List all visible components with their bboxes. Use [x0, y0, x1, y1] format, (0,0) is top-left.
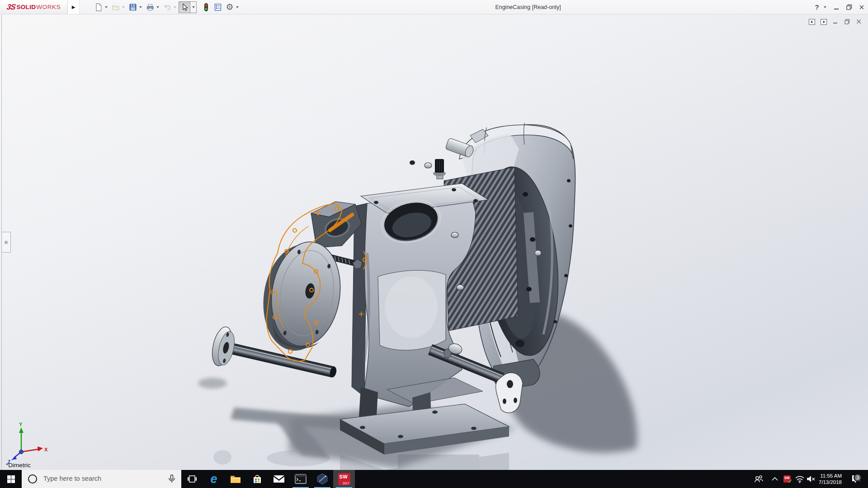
- minimize-document-icon: [832, 19, 839, 25]
- search-placeholder: Type here to search: [43, 475, 101, 482]
- store-icon: [252, 474, 263, 484]
- new-document-button[interactable]: [93, 1, 104, 13]
- orientation-triad-icon: Y X Z: [8, 422, 48, 465]
- restore-button[interactable]: [843, 0, 855, 14]
- cortana-icon: [28, 474, 37, 483]
- options-dropdown[interactable]: [236, 6, 239, 8]
- save-button[interactable]: [127, 1, 139, 13]
- action-center-button[interactable]: 3: [846, 470, 866, 488]
- restore-document-button[interactable]: [843, 18, 852, 26]
- taskbar-app-solidworks-2017[interactable]: SW 2017: [333, 470, 355, 488]
- solidworks-logo-bold: SOLID: [17, 4, 36, 10]
- windows-logo-icon: [7, 475, 15, 483]
- pane-next-icon: [820, 19, 828, 25]
- taskbar-app-file-explorer[interactable]: [225, 470, 246, 488]
- pane-next-button[interactable]: [819, 18, 828, 26]
- file-explorer-icon: [230, 474, 241, 484]
- taskbar-app-microsoft-store[interactable]: [246, 470, 268, 488]
- select-cursor-icon: [180, 3, 189, 12]
- tray-people-button[interactable]: [752, 470, 765, 488]
- taskbar-search[interactable]: Type here to search: [22, 470, 181, 488]
- solidworks-monitor-icon: SW ✓: [783, 475, 791, 483]
- graphics-area-3d-model[interactable]: Y X Z: [0, 0, 868, 488]
- file-properties-button[interactable]: [212, 1, 224, 13]
- rebuild-traffic-light-icon: [202, 3, 211, 12]
- splitter-dot: [5, 241, 8, 244]
- notification-badge: 3: [854, 474, 862, 482]
- select-tool-dropdown[interactable]: [190, 1, 197, 13]
- close-document-icon: [856, 19, 862, 25]
- pane-previous-button[interactable]: [807, 18, 816, 26]
- edge-icon: e: [210, 473, 217, 485]
- print-icon: [146, 3, 155, 12]
- save-icon: [128, 3, 137, 12]
- minimize-button[interactable]: [830, 0, 843, 14]
- open-button[interactable]: [110, 1, 122, 13]
- tray-time: 11:55 AM: [820, 473, 842, 479]
- tray-wifi-button[interactable]: [794, 470, 806, 488]
- triad-y-label: Y: [19, 422, 23, 427]
- check-icon: ✓: [788, 478, 793, 484]
- open-icon: [111, 3, 120, 12]
- print-button[interactable]: [144, 1, 156, 13]
- stand-base: [340, 378, 509, 455]
- window-controls: ?: [811, 0, 868, 14]
- people-icon: [754, 474, 764, 483]
- quick-access-toolbar: ⚙: [93, 0, 241, 14]
- mail-icon: [273, 474, 285, 483]
- close-button[interactable]: [855, 0, 868, 14]
- undo-button[interactable]: [161, 1, 173, 13]
- undo-dropdown[interactable]: [174, 6, 176, 8]
- tray-date: 7/13/2018: [819, 479, 842, 485]
- file-properties-icon: [213, 3, 222, 12]
- document-title: EngineCasing [Read-only]: [470, 4, 586, 10]
- feature-manager-splitter-handle[interactable]: [1, 232, 11, 253]
- restore-icon: [846, 4, 853, 10]
- windows-taskbar: Type here to search e: [0, 470, 868, 488]
- task-view-button[interactable]: [181, 470, 203, 488]
- solidworks-logo: 3S SOLID WORKS: [0, 0, 68, 14]
- triad-x-label: X: [44, 447, 48, 452]
- command-prompt-icon: [295, 474, 307, 484]
- save-dropdown[interactable]: [139, 6, 142, 8]
- taskbar-app-microsoft-edge[interactable]: e: [203, 470, 225, 488]
- rebuild-button[interactable]: [200, 1, 212, 13]
- select-tool-button[interactable]: [179, 1, 190, 13]
- options-gear-icon: ⚙: [226, 3, 233, 11]
- tray-solidworks-monitor[interactable]: SW ✓: [781, 470, 793, 488]
- solidworks-logo-mark: 3S: [6, 3, 16, 12]
- new-document-icon: [94, 3, 103, 12]
- options-button[interactable]: ⚙: [224, 1, 236, 13]
- help-dropdown[interactable]: [824, 6, 826, 8]
- chevron-up-icon: [771, 477, 778, 481]
- taskbar-app-command-prompt[interactable]: [290, 470, 311, 488]
- help-button[interactable]: ?: [811, 0, 823, 14]
- print-dropdown[interactable]: [156, 6, 159, 8]
- restore-document-icon: [844, 19, 850, 25]
- microphone-icon[interactable]: [167, 474, 176, 484]
- taskbar-app-hexagon[interactable]: [311, 470, 333, 488]
- close-document-button[interactable]: [854, 18, 863, 26]
- app-titlebar: 3S SOLID WORKS ▶: [0, 0, 868, 14]
- menu-flyout-arrow[interactable]: ▶: [68, 0, 80, 14]
- task-view-icon: [187, 474, 197, 483]
- minimize-icon: [833, 4, 840, 10]
- new-document-dropdown[interactable]: [105, 6, 108, 8]
- taskbar-app-mail[interactable]: [268, 470, 290, 488]
- minimize-document-button[interactable]: [831, 18, 840, 26]
- hexagon-app-icon: [316, 473, 328, 485]
- view-orientation-label: *Dimetric: [6, 462, 31, 469]
- close-icon: [859, 4, 865, 10]
- solidworks-logo-light: WORKS: [36, 4, 61, 10]
- pane-previous-icon: [808, 19, 816, 25]
- undo-icon: [163, 3, 172, 12]
- solidworks-app-icon: SW 2017: [338, 473, 350, 485]
- tray-clock[interactable]: 11:55 AM 7/13/2018: [814, 470, 842, 488]
- start-button[interactable]: [0, 470, 22, 488]
- wifi-icon: [795, 475, 805, 483]
- open-dropdown[interactable]: [122, 6, 125, 8]
- tray-hidden-icons-button[interactable]: [769, 470, 780, 488]
- document-window-controls: [807, 17, 863, 26]
